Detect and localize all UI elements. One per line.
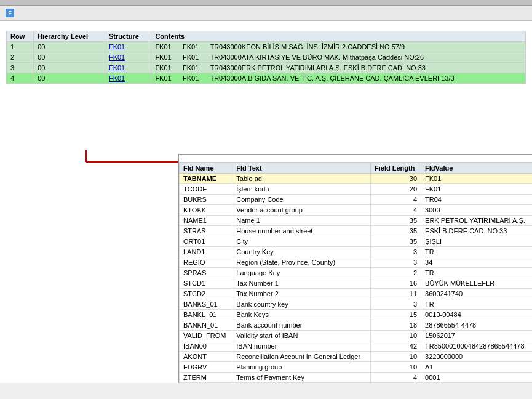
struct-cell-fldtext: Name 1 <box>232 216 371 226</box>
svg-text:F: F <box>8 10 12 16</box>
table-row: 1 00 FK01 FK01 FK01 TR043000KEON BİLİŞİM… <box>7 42 526 52</box>
struct-table-row: STCD1 Tax Number 1 16 BÜYÜK MÜKELLEFLR <box>180 278 533 289</box>
cell-structure[interactable]: FK01 <box>105 52 151 63</box>
struct-cell-fldtext: Region (State, Province, County) <box>232 257 371 268</box>
struct-cell-fldvalue: 3000 <box>421 205 532 216</box>
struct-table-row: SPRAS Language Key 2 TR <box>180 268 533 278</box>
struct-col-fldtext: Fld Text <box>232 163 371 174</box>
col-hierarchy: Hierarchy Level <box>34 31 105 42</box>
struct-cell-fldname: BUKRS <box>180 195 232 205</box>
title-bar <box>0 0 532 6</box>
cell-contents: FK01 FK01 TR043000A.B GIDA SAN. VE TİC. … <box>151 73 526 84</box>
struct-cell-fldtext: IBAN number <box>232 341 371 352</box>
struct-table-row: VALID_FROM Validity start of IBAN 10 150… <box>180 331 533 341</box>
struct-cell-fldname: FDGRV <box>180 362 232 373</box>
cell-contents: FK01 FK01 TR043000ERK PETROL YATIRIMLARI… <box>151 63 526 73</box>
struct-table-row: TABNAME Tablo adı 30 FK01 <box>180 174 533 184</box>
struct-cell-fldvalue: TR04 <box>421 195 532 205</box>
main-content: Row Hierarchy Level Structure Contents 1… <box>0 21 532 383</box>
struct-cell-fldvalue: TR850001000484287865544478 <box>421 341 532 352</box>
col-contents: Contents <box>151 31 526 42</box>
struct-cell-fldvalue: FK01 <box>421 174 532 184</box>
struct-cell-fieldlength: 4 <box>371 195 421 205</box>
struct-cell-fldtext: Language Key <box>232 268 371 278</box>
struct-cell-fldname: BANKL_01 <box>180 310 232 320</box>
struct-table-row: IBAN00 IBAN number 42 TR8500010004842878… <box>180 341 533 352</box>
struct-cell-fieldlength: 3 <box>371 257 421 268</box>
struct-cell-fieldlength: 4 <box>371 205 421 216</box>
struct-cell-fieldlength: 35 <box>371 226 421 236</box>
struct-cell-fldname: TABNAME <box>180 174 232 184</box>
struct-cell-fldvalue: 3600241740 <box>421 289 532 299</box>
struct-table-row: FDGRV Planning group 10 A1 <box>180 362 533 373</box>
layout-wrapper: Row Hierarchy Level Structure Contents 1… <box>6 31 526 383</box>
struct-cell-fldname: KTOKK <box>180 205 232 216</box>
struct-cell-fldvalue: ESKİ B.DERE CAD. NO:33 <box>421 226 532 236</box>
field-contents-icon: F <box>5 8 15 18</box>
struct-cell-fldtext: Bank Keys <box>232 310 371 320</box>
struct-cell-fieldlength: 15 <box>371 310 421 320</box>
top-table: Row Hierarchy Level Structure Contents 1… <box>6 31 526 84</box>
struct-col-fldname: Fld Name <box>180 163 232 174</box>
struct-cell-fldname: SPRAS <box>180 268 232 278</box>
cell-row: 2 <box>7 52 34 63</box>
struct-cell-fldtext: Planning group <box>232 362 371 373</box>
cell-row: 3 <box>7 63 34 73</box>
struct-cell-fldvalue: BÜYÜK MÜKELLEFLR <box>421 278 532 289</box>
struct-cell-fldname: ZTERM <box>180 373 232 383</box>
struct-cell-fldvalue: TR <box>421 268 532 278</box>
cell-structure[interactable]: FK01 <box>105 63 151 73</box>
red-arrow <box>80 147 188 165</box>
cell-row: 1 <box>7 42 34 52</box>
struct-table-row: BANKN_01 Bank account number 18 28786655… <box>180 320 533 331</box>
struct-cell-fldname: STRAS <box>180 226 232 236</box>
struct-table-row: AKONT Reconciliation Account in General … <box>180 352 533 362</box>
cell-structure[interactable]: FK01 <box>105 42 151 52</box>
cell-level: 00 <box>34 42 105 52</box>
struct-cell-fldname: STCD2 <box>180 289 232 299</box>
cell-contents: FK01 FK01 TR043000ATA KIRTASİYE VE BÜRO … <box>151 52 526 63</box>
struct-table-row: LAND1 Country Key 3 TR <box>180 247 533 257</box>
cell-structure[interactable]: FK01 <box>105 73 151 84</box>
struct-cell-fldname: BANKN_01 <box>180 320 232 331</box>
struct-cell-fieldlength: 3 <box>371 247 421 257</box>
struct-cell-fldtext: Bank account number <box>232 320 371 331</box>
struct-cell-fieldlength: 11 <box>371 289 421 299</box>
cell-level: 00 <box>34 63 105 73</box>
structure-title <box>179 155 532 163</box>
struct-cell-fieldlength: 18 <box>371 320 421 331</box>
struct-cell-fldvalue: TR <box>421 299 532 310</box>
cell-level: 00 <box>34 52 105 63</box>
struct-cell-fldtext: Validity start of IBAN <box>232 331 371 341</box>
struct-cell-fldname: TCODE <box>180 184 232 195</box>
struct-table-row: ZTERM Terms of Payment Key 4 0001 <box>180 373 533 383</box>
struct-cell-fieldlength: 30 <box>371 174 421 184</box>
cell-contents: FK01 FK01 TR043000KEON BİLİŞİM SAĞ. İNS.… <box>151 42 526 52</box>
struct-cell-fieldlength: 10 <box>371 352 421 362</box>
struct-cell-fieldlength: 35 <box>371 236 421 247</box>
struct-cell-fieldlength: 42 <box>371 341 421 352</box>
table-row: 3 00 FK01 FK01 FK01 TR043000ERK PETROL Y… <box>7 63 526 73</box>
struct-cell-fieldlength: 10 <box>371 331 421 341</box>
struct-table: Fld Name Fld Text Field Length FldValue … <box>179 163 532 383</box>
struct-table-row: NAME1 Name 1 35 ERK PETROL YATIRIMLARI A… <box>180 216 533 226</box>
struct-cell-fldvalue: 0010-00484 <box>421 310 532 320</box>
struct-cell-fldname: AKONT <box>180 352 232 362</box>
struct-cell-fieldlength: 3 <box>371 299 421 310</box>
struct-table-row: STCD2 Tax Number 2 11 3600241740 <box>180 289 533 299</box>
struct-cell-fldname: REGIO <box>180 257 232 268</box>
field-contents-button[interactable]: F <box>5 8 17 18</box>
struct-cell-fldtext: Bank country key <box>232 299 371 310</box>
table-row: 2 00 FK01 FK01 FK01 TR043000ATA KIRTASİY… <box>7 52 526 63</box>
struct-cell-fldvalue: 0001 <box>421 373 532 383</box>
struct-cell-fieldlength: 4 <box>371 373 421 383</box>
struct-cell-fldname: STCD1 <box>180 278 232 289</box>
struct-cell-fldvalue: 34 <box>421 257 532 268</box>
struct-cell-fldvalue: 287866554-4478 <box>421 320 532 331</box>
struct-cell-fldvalue: ERK PETROL YATIRIMLARI A.Ş. <box>421 216 532 226</box>
struct-table-row: TCODE İşlem kodu 20 FK01 <box>180 184 533 195</box>
struct-cell-fldname: BANKS_01 <box>180 299 232 310</box>
struct-cell-fldvalue: 3220000000 <box>421 352 532 362</box>
struct-cell-fldtext: House number and street <box>232 226 371 236</box>
struct-cell-fieldlength: 20 <box>371 184 421 195</box>
